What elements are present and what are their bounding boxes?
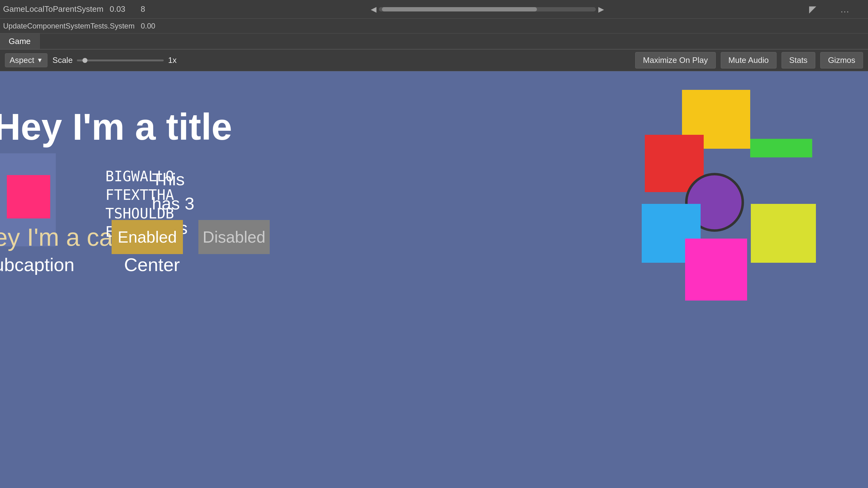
system-info-bar-2: UpdateComponentSystemTests.System 0.00 xyxy=(0,19,868,33)
scale-value: 1x xyxy=(168,56,176,65)
scrollbar-track[interactable] xyxy=(379,7,596,11)
more-icon[interactable]: … xyxy=(840,4,865,14)
system-name-2: UpdateComponentSystemTests.System xyxy=(3,22,134,30)
gizmos-button[interactable]: Gizmos xyxy=(820,52,863,68)
scrollbar-thumb[interactable] xyxy=(382,7,537,11)
yellowgreen-square xyxy=(751,204,816,263)
magenta-square xyxy=(685,238,747,300)
aspect-chevron-icon: ▼ xyxy=(37,57,43,64)
system-val-2: 8 xyxy=(141,4,165,14)
scale-slider[interactable] xyxy=(77,60,164,61)
subcaption-label: ubcaption xyxy=(0,254,74,275)
tab-game[interactable]: Game xyxy=(0,33,40,49)
toolbar: Aspect ▼ Scale 1x Maximize On Play Mute … xyxy=(0,50,868,71)
aspect-dropdown[interactable]: Aspect ▼ xyxy=(5,53,48,67)
pink-square xyxy=(7,175,50,219)
mute-audio-button[interactable]: Mute Audio xyxy=(721,52,777,68)
system-info-bar: GameLocalToParentSystem 0.03 8 ◀ ▶ ◤ … xyxy=(0,0,868,19)
tab-game-label: Game xyxy=(9,37,31,46)
scale-section: Scale 1x xyxy=(52,56,177,65)
stats-button[interactable]: Stats xyxy=(781,52,815,68)
system-name-1: GameLocalToParentSystem xyxy=(3,4,103,14)
scrollbar-area: ◀ ▶ xyxy=(172,5,803,13)
scroll-left-arrow[interactable]: ◀ xyxy=(368,5,379,13)
maximize-on-play-button[interactable]: Maximize On Play xyxy=(635,52,716,68)
subcaption-row: ubcaption Center xyxy=(0,254,180,275)
enabled-button[interactable]: Enabled xyxy=(112,220,183,254)
expand-icon[interactable]: ◤ xyxy=(809,4,834,14)
game-viewport: Hey I'm a title ey I'm a caption ubcapti… xyxy=(0,71,868,488)
game-title: Hey I'm a title xyxy=(0,105,232,148)
tab-bar: Game xyxy=(0,33,868,50)
green-rect xyxy=(750,139,812,157)
scroll-right-arrow[interactable]: ▶ xyxy=(596,5,607,13)
disabled-button: Disabled xyxy=(198,220,270,254)
scale-thumb[interactable] xyxy=(83,58,87,63)
scale-label: Scale xyxy=(52,56,72,65)
system-val-4: 0.00 xyxy=(141,22,165,30)
aspect-label: Aspect xyxy=(10,56,34,65)
system-val-1: 0.03 xyxy=(110,4,134,14)
center-label: Center xyxy=(124,254,180,275)
